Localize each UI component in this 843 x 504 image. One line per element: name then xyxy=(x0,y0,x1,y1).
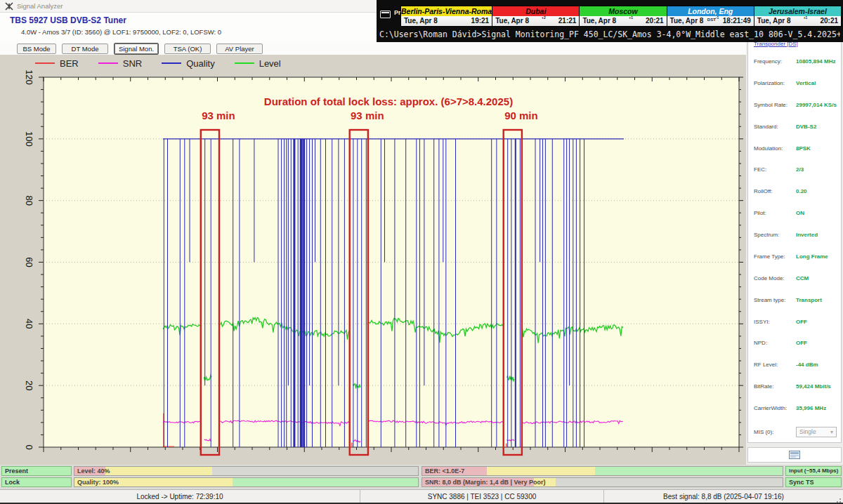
chart-legend: BER SNR Quality Level xyxy=(35,57,281,69)
level-line-swatch xyxy=(235,62,254,64)
param-row-symbol-rate: Symbol Rate:29997,014 KS/s xyxy=(754,102,837,108)
window-title: Signal Analyzer xyxy=(17,0,63,13)
transponder-params-panel: Transponder [DS] Frequency:10805,894 MHz… xyxy=(747,39,842,443)
ber-line-swatch xyxy=(35,62,55,64)
status-bar: Locked -> Uptime: 72:39:10 SYNC 3886 | T… xyxy=(0,489,843,503)
legend-label: Quality xyxy=(186,58,214,69)
y-axis-label: 20 xyxy=(24,380,34,390)
quality-bar: Quality: 100% xyxy=(74,477,419,487)
y-axis-label: 100 xyxy=(24,131,34,147)
param-row-pilot: Pilot:ON xyxy=(754,210,837,216)
clock-dubai: Dubai Tue, Apr 8 +2 21:21 xyxy=(492,6,580,26)
legend-label: BER xyxy=(60,58,79,69)
param-rows: Frequency:10805,894 MHz Polarization:Ver… xyxy=(754,58,837,437)
clock-jerusalem: Jerusalem-Israel Tue, Apr 8 +1 20:21 xyxy=(754,6,841,26)
level-bar: Level: 40% xyxy=(74,466,419,476)
transponder-sidebar: Transponder [DS] Frequency:10805,894 MHz… xyxy=(746,39,843,465)
param-row-standard: Standard:DVB-S2 xyxy=(754,124,837,130)
y-axis-label: 80 xyxy=(24,195,34,205)
tab-dt-mode[interactable]: DT Mode xyxy=(62,44,108,54)
param-row-frame-type: Frame Type:Long Frame xyxy=(754,253,837,260)
param-row-mis: MIS (0): Single ▾ xyxy=(754,427,837,437)
clock-moscow: Moscow Tue, Apr 8 +1 20:21 xyxy=(580,6,667,26)
tab-av-player[interactable]: AV Player xyxy=(216,44,263,54)
console-button[interactable] xyxy=(747,447,842,463)
chart-panel: BER SNR Quality Level 02040608010012093 … xyxy=(0,55,746,465)
param-row-rolloff: RollOff:0.20 xyxy=(754,188,837,194)
y-axis-label: 0 xyxy=(24,444,34,449)
console-icon xyxy=(380,11,391,18)
y-axis-label: 60 xyxy=(24,257,34,267)
tab-bar: BS Mode DT Mode Signal Mon. TSA (OK) AV … xyxy=(0,42,746,55)
legend-item-level: Level xyxy=(235,58,281,69)
console-command-line: C:\Users\Roman Dávid>Signal Monitoring_P… xyxy=(379,29,840,39)
signal-analyzer-window: Signal Analyzer TBS 5927 USB DVB-S2 Tune… xyxy=(0,0,843,504)
lock-indicator: Lock xyxy=(1,477,72,487)
outage-label: 93 min xyxy=(351,110,384,121)
outage-label: 90 min xyxy=(504,110,538,121)
legend-label: Level xyxy=(259,58,281,69)
indicator-strip: Present Level: 40% BER: <1.0E-7 input (~… xyxy=(0,465,843,489)
status-best-signal: Best signal: 8,8 dB (2025-04-07 19:16) xyxy=(604,490,843,503)
tuner-details: 4.0W - Amos 3/7 (ID: 3560) @ LOF1: 97500… xyxy=(21,28,221,36)
param-row-issyi: ISSYI:OFF xyxy=(754,319,837,325)
chevron-down-icon: ▾ xyxy=(830,429,833,435)
ber-bar: BER: <1.0E-7 xyxy=(422,466,783,476)
mis-select[interactable]: Single ▾ xyxy=(796,427,837,437)
param-row-stream-type: Stream type:Transport xyxy=(754,297,837,303)
quality-line-swatch xyxy=(162,62,181,64)
clock-london: London, Eng Tue, Apr 8 DST-1 18:21:49 xyxy=(667,6,754,26)
signal-chart-svg: 02040608010012093 min93 min90 minDuratio… xyxy=(0,70,746,463)
outage-label: 93 min xyxy=(202,110,235,121)
legend-item-snr: SNR xyxy=(98,58,142,69)
tab-bs-mode[interactable]: BS Mode xyxy=(17,44,56,54)
status-sync-counters: SYNC 3886 | TEI 3523 | CC 59300 xyxy=(360,490,604,503)
param-row-bitrate: BitRate:59,424 Mbit/s xyxy=(754,383,837,390)
param-row-carrierwidth: CarrierWidth:35,996 MHz xyxy=(754,405,837,411)
legend-label: SNR xyxy=(123,58,142,69)
y-axis-label: 40 xyxy=(24,319,34,329)
tuner-name: TBS 5927 USB DVB-S2 Tuner xyxy=(10,15,126,25)
status-uptime: Locked -> Uptime: 72:39:10 xyxy=(0,490,360,503)
param-row-code-mode: Code Mode:CCM xyxy=(754,275,837,281)
app-icon xyxy=(5,2,13,11)
resize-grip[interactable] xyxy=(839,498,841,500)
y-axis-label: 120 xyxy=(24,70,34,85)
param-row-fec: FEC:2/3 xyxy=(754,166,837,173)
param-row-rf-level: RF Level:-44 dBm xyxy=(754,362,837,368)
present-indicator: Present xyxy=(1,466,72,476)
keyboard-icon xyxy=(789,451,800,459)
snr-line-swatch xyxy=(98,62,118,64)
legend-item-ber: BER xyxy=(35,58,79,69)
input-indicator: input (~55,4 Mbps) xyxy=(785,466,842,476)
sync-ts-indicator: Sync TS xyxy=(785,477,842,487)
snr-bar: SNR: 8,0 dB (Margin: 1,4 dB | Very Poor) xyxy=(422,477,783,487)
chart-annotation-title: Duration of total lock loss: approx. (6>… xyxy=(264,95,513,107)
param-row-modulation: Modulation:8PSK xyxy=(754,145,837,152)
world-clocks-bar: Berlin-Paris-Vienna-Roma Tue, Apr 8 19:2… xyxy=(400,6,842,27)
clock-berlin: Berlin-Paris-Vienna-Roma Tue, Apr 8 19:2… xyxy=(401,6,492,26)
param-row-spectrum: Spectrum:Inverted xyxy=(754,232,837,238)
legend-item-quality: Quality xyxy=(162,58,214,69)
param-row-npd: NPD:OFF xyxy=(754,340,837,346)
signal-monitoring-chart: 02040608010012093 min93 min90 minDuratio… xyxy=(0,70,746,463)
param-row-frequency: Frequency:10805,894 MHz xyxy=(754,58,837,65)
tab-tsa[interactable]: TSA (OK) xyxy=(164,44,211,54)
param-row-polarization: Polarization:Vertical xyxy=(754,80,837,86)
tab-signal-mon[interactable]: Signal Mon. xyxy=(114,43,159,55)
